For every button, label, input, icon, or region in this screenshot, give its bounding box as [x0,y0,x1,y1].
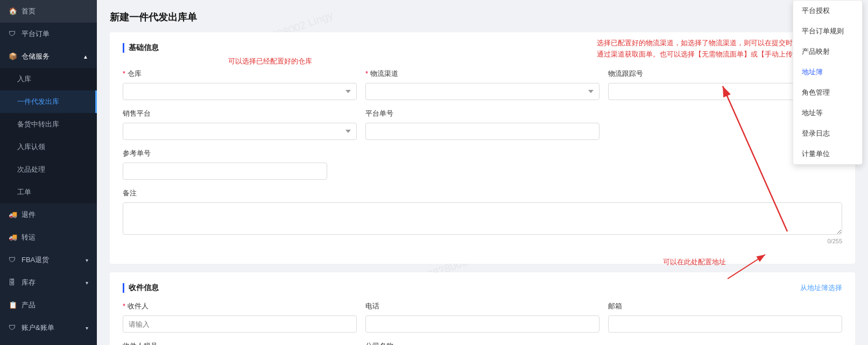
platform-order-icon: 🛡 [9,30,17,38]
email-label: 邮箱 [608,301,842,311]
fba-icon: 🛡 [9,256,17,264]
logistics-select[interactable] [365,83,599,100]
phone-label: 电话 [365,301,599,311]
ref-order-label: 参考单号 [123,149,327,158]
logistics-group: * 物流渠道 [365,69,599,100]
form-row-4: 备注 0/255 [123,188,842,244]
inventory-icon: 🗄 [9,278,17,287]
company-group: 公司名称 [365,341,599,345]
platform-order-group: 平台单号 [365,109,599,140]
warehouse-hint: 可以选择已经配置好的仓库 [228,57,312,66]
returns-icon: 🚚 [9,210,17,219]
form-row-1: * 仓库 * 物流渠道 物流跟 [123,69,842,100]
sidebar-item-returns[interactable]: 🚚 退件 [0,203,97,226]
platform-order-label: 平台单号 [365,109,599,118]
recipient-input[interactable] [123,315,357,333]
sidebar-item-dropship[interactable]: 一件代发出库 [0,90,97,113]
email-input[interactable] [608,315,842,333]
form-row-3: 参考单号 [123,149,842,180]
sidebar-item-transfer[interactable]: 🚚 转运 [0,226,97,249]
warehouse-label: * 仓库 [123,69,357,79]
ref-order-input[interactable] [123,163,327,180]
sales-platform-group: 销售平台 [123,109,357,140]
transfer-icon: 🚚 [9,233,17,242]
sidebar-item-warehouse[interactable]: 📦 仓储服务 ▲ [0,45,97,68]
phone-input[interactable] [365,315,599,333]
basic-info-card: 基础信息 可以选择已经配置好的仓库 选择已配置好的物流渠道，如选择了物流渠道，则… [110,32,855,264]
dropdown-item-platform-auth[interactable]: 平台授权 [793,1,862,21]
from-address-link[interactable]: 从地址簿选择 [800,283,842,293]
accounts-icon: 🛡 [9,323,17,332]
sidebar-item-transfer-out[interactable]: 备货中转出库 [0,113,97,136]
sidebar: 🏠 首页 🛡 平台订单 📦 仓储服务 ▲ 入库 一件代发出库 备货中转出库 入库… [0,0,97,345]
dropdown-item-address-book[interactable]: 地址簿 [793,62,862,82]
dropdown-item-product-mapping[interactable]: 产品映射 [793,41,862,62]
recipient-row-1: * 收件人 电话 邮箱 [123,301,842,333]
dropdown-menu: 平台授权 平台订单规则 产品映射 地址簿 角色管理 地址等 登录日志 计量单位 [793,0,863,165]
company-label: 公司名称 [365,341,599,345]
content-area: 新建一件代发出库单 12828002 Lingy 12828002 Lingy … [97,0,868,345]
email-group: 邮箱 [608,301,842,333]
chevron-down-icon3: ▾ [86,325,88,331]
recipient-section-header: 收件信息 从地址簿选择 [123,283,842,293]
sidebar-item-inbound[interactable]: 入库 [0,68,97,90]
dropdown-item-login-log[interactable]: 登录日志 [793,123,862,144]
warehouse-select[interactable] [123,83,357,100]
home-icon: 🏠 [9,7,17,16]
phone-group: 电话 [365,301,599,333]
sidebar-item-products[interactable]: 📋 产品 [0,294,97,316]
page-title: 新建一件代发出库单 [110,11,855,24]
dropdown-item-platform-rules[interactable]: 平台订单规则 [793,21,862,41]
tax-id-label: 收件人税号 [123,341,357,345]
chevron-down-icon: ▾ [86,257,88,263]
dropdown-item-address-etc[interactable]: 地址等 [793,103,862,123]
sidebar-item-home[interactable]: 🏠 首页 [0,0,97,23]
recipient-info-card: 可以在此处配置地址 收件信息 从地址簿选择 [110,272,855,345]
products-icon: 📋 [9,301,17,309]
notes-label: 备注 [123,188,842,198]
warehouse-group: * 仓库 [123,69,357,100]
tax-id-group: 收件人税号 [123,341,357,345]
sidebar-item-inventory[interactable]: 🗄 库存 ▾ [0,271,97,294]
sidebar-item-accounts[interactable]: 🛡 账户&账单 ▾ [0,316,97,339]
form-row-2: 销售平台 平台单号 [123,109,842,140]
sidebar-item-fba-returns[interactable]: 🛡 FBA退货 ▾ [0,249,97,271]
sidebar-submenu-warehouse: 入库 一件代发出库 备货中转出库 入库认领 次品处理 工单 [0,68,97,203]
main-content: 新建一件代发出库单 12828002 Lingy 12828002 Lingy … [97,0,868,345]
chevron-up-icon: ▲ [83,54,88,60]
sidebar-item-platform-order[interactable]: 🛡 平台订单 [0,23,97,45]
chevron-down-icon2: ▾ [86,280,88,286]
recipient-row-2: 收件人税号 公司名称 [123,341,842,345]
sidebar-item-inbound-confirm[interactable]: 入库认领 [0,136,97,158]
basic-info-title: 基础信息 [123,43,842,53]
sales-platform-label: 销售平台 [123,109,357,118]
sidebar-item-work-order[interactable]: 工单 [0,181,97,203]
notes-count: 0/255 [123,238,842,244]
recipient-title: 收件信息 [123,283,159,293]
notes-textarea[interactable] [123,202,842,235]
ref-order-group: 参考单号 [123,149,327,180]
platform-order-input[interactable] [365,123,599,140]
sales-platform-select[interactable] [123,123,357,140]
logistics-label: * 物流渠道 [365,69,599,79]
recipient-label: * 收件人 [123,301,357,311]
recipient-group: * 收件人 [123,301,357,333]
warehouse-icon: 📦 [9,52,17,61]
dropdown-item-measure-unit[interactable]: 计量单位 [793,144,862,164]
dropdown-item-role-mgmt[interactable]: 角色管理 [793,82,862,103]
sidebar-item-defective[interactable]: 次品处理 [0,158,97,181]
notes-group: 备注 0/255 [123,188,842,244]
sidebar-item-settings[interactable]: ⚙ 系统设置 ▾ [0,339,97,345]
